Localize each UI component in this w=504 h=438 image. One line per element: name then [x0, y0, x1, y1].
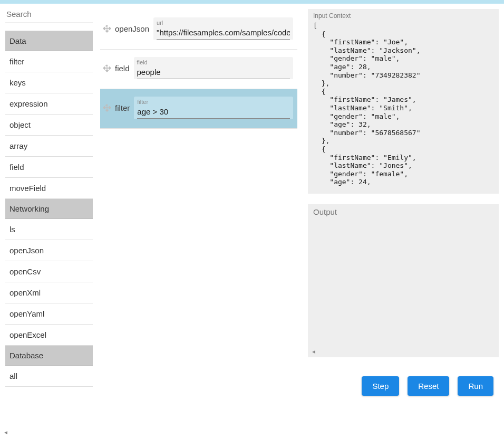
sidebar-item-keys[interactable]: keys	[5, 72, 93, 93]
sidebar-section-header: Data	[5, 31, 93, 51]
step-field[interactable]: filterage > 30	[134, 97, 293, 119]
sidebar-item-object[interactable]: object	[5, 115, 93, 136]
input-context-pre: [ { "firstName": "Joe", "lastName": "Jac…	[313, 22, 496, 186]
step-field-value[interactable]: people	[137, 66, 290, 79]
sidebar-item-field[interactable]: field	[5, 157, 93, 178]
step-button[interactable]: Step	[362, 376, 399, 396]
sidebar-item-filter[interactable]: filter	[5, 51, 93, 72]
sidebar-item-openexcel[interactable]: openExcel	[5, 325, 93, 346]
button-row: Step Reset Run	[308, 368, 499, 396]
right-column: Input Context [ { "firstName": "Joe", "l…	[301, 4, 504, 438]
sidebar-item-all[interactable]: all	[5, 366, 93, 387]
output-title: Output	[313, 207, 496, 216]
input-context-panel: Input Context [ { "firstName": "Joe", "l…	[308, 9, 499, 194]
step-field[interactable]: fieldpeople	[134, 57, 293, 79]
sidebar-section-header: Networking	[5, 199, 93, 219]
sidebar-item-expression[interactable]: expression	[5, 93, 93, 115]
pipeline-list: openJsonurl"https://filesamples.com/samp…	[100, 10, 297, 411]
run-button[interactable]: Run	[458, 376, 493, 396]
sidebar-section-header: Database	[5, 346, 93, 366]
main-layout: Datafilterkeysexpressionobjectarrayfield…	[0, 4, 504, 438]
move-handle-icon[interactable]	[102, 103, 112, 112]
scroll-left-icon[interactable]: ◂	[4, 429, 7, 436]
pipeline-column: openJsonurl"https://filesamples.com/samp…	[94, 4, 301, 438]
reset-button[interactable]: Reset	[408, 376, 449, 396]
step-field-label: url	[157, 20, 290, 27]
scroll-left-icon[interactable]: ◂	[312, 348, 315, 355]
sidebar-item-opencsv[interactable]: openCsv	[5, 261, 93, 282]
input-context-code[interactable]: [ { "firstName": "Joe", "lastName": "Jac…	[313, 22, 496, 191]
step-field-value[interactable]: "https://filesamples.com/samples/code/js…	[157, 27, 290, 40]
sidebar-item-openyaml[interactable]: openYaml	[5, 303, 93, 325]
sidebar-item-array[interactable]: array	[5, 136, 93, 157]
step-field[interactable]: url"https://filesamples.com/samples/code…	[153, 17, 293, 40]
move-handle-icon[interactable]	[102, 24, 112, 33]
top-accent-bar	[0, 0, 504, 4]
step-name: openJson	[115, 24, 149, 33]
step-name: field	[115, 64, 130, 73]
sidebar-item-openxml[interactable]: openXml	[5, 282, 93, 303]
input-context-title: Input Context	[313, 12, 496, 20]
pipeline-step-filter[interactable]: filterfilterage > 30	[100, 89, 297, 129]
move-handle-icon[interactable]	[102, 63, 112, 73]
step-name: filter	[115, 103, 130, 112]
sidebar-scroll[interactable]: Datafilterkeysexpressionobjectarrayfield…	[5, 31, 93, 432]
sidebar: Datafilterkeysexpressionobjectarrayfield…	[0, 4, 94, 438]
output-panel: Output ◂	[308, 204, 499, 357]
step-field-value[interactable]: age > 30	[137, 106, 290, 119]
step-field-label: field	[137, 59, 290, 66]
sidebar-item-ls[interactable]: ls	[5, 219, 93, 240]
sidebar-item-movefield[interactable]: moveField	[5, 178, 93, 199]
search-input[interactable]	[5, 6, 93, 23]
pipeline-step-openjson[interactable]: openJsonurl"https://filesamples.com/samp…	[100, 10, 297, 50]
sidebar-item-openjson[interactable]: openJson	[5, 240, 93, 261]
step-field-label: filter	[137, 99, 290, 106]
pipeline-step-field[interactable]: fieldfieldpeople	[100, 50, 297, 89]
